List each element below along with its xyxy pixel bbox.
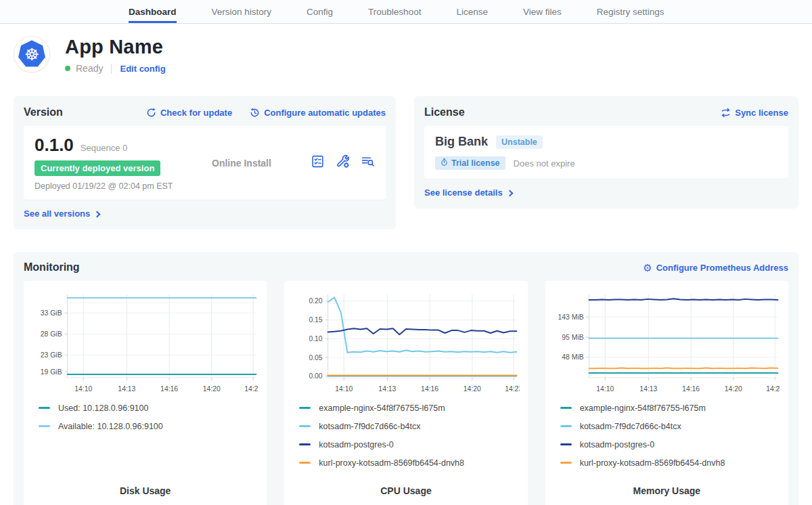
view-logs-icon[interactable]: [361, 154, 375, 171]
svg-text:14:20: 14:20: [724, 385, 742, 393]
license-info-box: Big Bank Unstable Trial license Does not…: [424, 126, 788, 179]
legend-item: kotsadm-7f9dc7d66c-b4tcx: [560, 422, 780, 431]
memory-usage-legend: example-nginx-54f8f76755-l675mkotsadm-7f…: [554, 403, 780, 477]
top-nav: Dashboard Version history Config Trouble…: [0, 0, 812, 24]
legend-item: kotsadm-postgres-0: [560, 440, 780, 449]
svg-text:14:16: 14:16: [682, 385, 700, 393]
version-number: 0.1.0: [35, 135, 74, 156]
chart-svg: 33 GiB28 GiB23 GiB19 GiB14:1014:1314:161…: [32, 289, 258, 397]
svg-text:143 MiB: 143 MiB: [558, 313, 583, 321]
legend-item: example-nginx-54f8f76755-l675m: [299, 403, 519, 413]
monitoring-title: Monitoring: [24, 261, 80, 273]
legend-label: kotsadm-postgres-0: [580, 440, 654, 449]
status-badge: Ready: [76, 63, 103, 74]
svg-text:14:23: 14:23: [244, 385, 258, 393]
version-sequence: Sequence 0: [81, 143, 127, 153]
svg-text:0.05: 0.05: [309, 354, 323, 361]
license-expiry: Does not expire: [514, 158, 575, 169]
svg-text:33 GiB: 33 GiB: [41, 309, 62, 317]
configure-auto-updates-link[interactable]: Configure automatic updates: [250, 108, 386, 118]
channel-badge: Unstable: [496, 135, 543, 149]
tab-registry-settings[interactable]: Registry settings: [597, 0, 664, 23]
stopwatch-icon: [441, 158, 448, 168]
legend-swatch-icon: [299, 443, 311, 445]
edit-config-link[interactable]: Edit config: [120, 64, 165, 74]
svg-text:0.20: 0.20: [309, 297, 323, 305]
page-title: App Name: [65, 36, 166, 58]
svg-text:14:10: 14:10: [336, 385, 353, 393]
svg-text:14:10: 14:10: [74, 385, 92, 393]
svg-text:14:13: 14:13: [639, 385, 657, 393]
disk-usage-legend: Used: 10.128.0.96:9100Available: 10.128.…: [32, 403, 258, 440]
svg-text:14:16: 14:16: [160, 385, 178, 393]
legend-swatch-icon: [299, 407, 311, 409]
chart-title-cpu: CPU Usage: [292, 485, 519, 502]
svg-text:14:13: 14:13: [379, 385, 397, 393]
deployed-badge: Currently deployed version: [35, 160, 160, 176]
customer-name: Big Bank: [435, 135, 488, 149]
check-for-update-link[interactable]: Check for update: [146, 108, 232, 118]
tab-version-history[interactable]: Version history: [212, 0, 272, 23]
legend-item: kurl-proxy-kotsadm-8569fb6454-dnvh8: [560, 458, 780, 468]
preflight-checks-icon[interactable]: [311, 154, 325, 171]
version-card-title: Version: [24, 106, 63, 118]
license-card: License Sync license Big Bank Unstable T…: [414, 96, 798, 208]
disk-usage-chart: 33 GiB28 GiB23 GiB19 GiB14:1014:1314:161…: [32, 289, 258, 397]
status-dot-icon: [65, 66, 70, 71]
see-license-details-link[interactable]: See license details: [424, 188, 512, 198]
chart-svg: 0.200.150.100.050.0014:1014:1314:1614:20…: [292, 289, 519, 397]
svg-text:14:23: 14:23: [766, 385, 780, 393]
legend-swatch-icon: [299, 462, 311, 464]
tab-license[interactable]: License: [456, 0, 488, 23]
legend-swatch-icon: [560, 462, 572, 464]
tab-config[interactable]: Config: [307, 0, 333, 23]
configure-prometheus-link[interactable]: ⚙ Configure Prometheus Address: [643, 263, 788, 273]
svg-text:0.00: 0.00: [309, 372, 323, 380]
legend-label: kotsadm-postgres-0: [319, 440, 393, 449]
refresh-icon: [146, 108, 156, 118]
version-card: Version Check for update Configure autom…: [14, 96, 396, 229]
divider: [111, 64, 112, 74]
legend-item: example-nginx-54f8f76755-l675m: [560, 403, 780, 413]
legend-swatch-icon: [560, 425, 572, 427]
legend-swatch-icon: [39, 407, 50, 409]
chart-title-disk: Disk Usage: [32, 485, 258, 502]
legend-item: kurl-proxy-kotsadm-8569fb6454-dnvh8: [299, 458, 519, 468]
current-version-box: 0.1.0 Sequence 0 Currently deployed vers…: [24, 126, 386, 200]
svg-text:☸: ☸: [24, 45, 39, 64]
tab-view-files[interactable]: View files: [523, 0, 562, 23]
monitoring-section: Monitoring ⚙ Configure Prometheus Addres…: [14, 252, 798, 505]
legend-label: kotsadm-7f9dc7d66c-b4tcx: [580, 422, 681, 431]
see-all-versions-link[interactable]: See all versions: [24, 208, 99, 219]
svg-text:14:16: 14:16: [421, 385, 438, 393]
svg-text:23 GiB: 23 GiB: [41, 351, 62, 359]
svg-text:48 MiB: 48 MiB: [562, 353, 583, 361]
config-tools-icon[interactable]: [336, 154, 350, 171]
legend-item: kotsadm-7f9dc7d66c-b4tcx: [299, 422, 519, 431]
gear-icon: ⚙: [643, 263, 652, 273]
disk-usage-card: 33 GiB28 GiB23 GiB19 GiB14:1014:1314:161…: [24, 281, 267, 505]
svg-text:28 GiB: 28 GiB: [41, 330, 62, 338]
sync-license-link[interactable]: Sync license: [721, 108, 788, 118]
license-card-title: License: [424, 106, 465, 118]
legend-label: kurl-proxy-kotsadm-8569fb6454-dnvh8: [580, 458, 725, 468]
legend-label: example-nginx-54f8f76755-l675m: [319, 403, 445, 413]
kubernetes-logo-icon: ☸: [14, 36, 50, 72]
legend-label: kurl-proxy-kotsadm-8569fb6454-dnvh8: [319, 458, 464, 468]
legend-label: kotsadm-7f9dc7d66c-b4tcx: [319, 422, 420, 431]
cpu-usage-legend: example-nginx-54f8f76755-l675mkotsadm-7f…: [292, 403, 519, 477]
svg-text:95 MiB: 95 MiB: [562, 334, 583, 341]
cards-row: Version Check for update Configure autom…: [0, 96, 812, 229]
legend-swatch-icon: [560, 443, 572, 445]
cpu-usage-chart: 0.200.150.100.050.0014:1014:1314:1614:20…: [292, 289, 519, 397]
sync-arrows-icon: [721, 108, 731, 118]
chevron-right-icon: [94, 211, 101, 217]
svg-text:14:20: 14:20: [464, 385, 481, 393]
app-header: ☸ App Name Ready Edit config: [0, 24, 812, 74]
svg-text:0.15: 0.15: [309, 316, 323, 324]
deployed-timestamp: Deployed 01/19/22 @ 02:04 pm EST: [35, 181, 202, 191]
legend-swatch-icon: [299, 425, 311, 427]
tab-dashboard[interactable]: Dashboard: [129, 0, 177, 23]
svg-text:19 GiB: 19 GiB: [41, 368, 62, 376]
tab-troubleshoot[interactable]: Troubleshoot: [368, 0, 421, 23]
